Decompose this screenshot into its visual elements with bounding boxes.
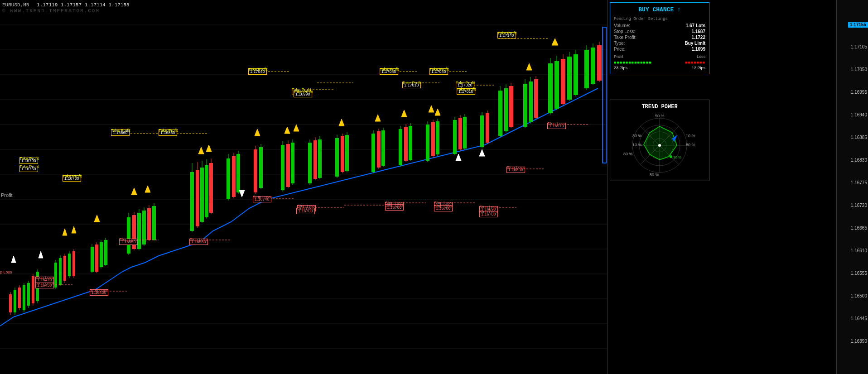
sl-label: Stop Loss: (614, 29, 635, 34)
tp-setting-value: 1.1722 (691, 35, 705, 40)
svg-marker-28 (11, 256, 16, 263)
svg-marker-64 (145, 186, 150, 192)
sl-label-7: Stop Loss 1.16700 (434, 204, 453, 212)
price-7: 1.16830 (851, 158, 867, 163)
profit-header-label: Profit (614, 54, 623, 59)
tp-label-9: Take Profit 1.17010 (457, 87, 475, 95)
svg-marker-123 (401, 110, 407, 117)
volume-label: Volume: (614, 23, 630, 28)
price-11: 1.16610 (851, 248, 867, 253)
profit-pips: 23 Pips (614, 66, 627, 70)
svg-marker-50 (94, 215, 100, 222)
svg-marker-83 (239, 190, 245, 197)
tp-label-4: Take Profit 1.16990 (294, 90, 312, 98)
svg-marker-109 (339, 119, 344, 126)
trend-power-panel: TREND POWER 50 % (610, 100, 709, 181)
svg-text:80 %: 80 % (686, 143, 695, 147)
svg-text:80 %: 80 % (623, 152, 633, 156)
sl-label-5: Stop Loss 1.16700 (385, 203, 404, 211)
order-settings: Volume: 1.67 Lots Stop Loss: 1.1687 Take… (614, 23, 705, 70)
price-9: 1.16720 (851, 203, 867, 208)
sl-value: 1.1687 (691, 29, 705, 34)
chart-area: EURUSD,M5 1.17119 1.17157 1.17114 1.1715… (0, 0, 607, 374)
svg-marker-131 (435, 109, 440, 115)
tp-label-10: Take Profit 1.16860 (111, 128, 130, 136)
svg-marker-96 (294, 125, 299, 131)
price-12: 1.16555 (851, 271, 867, 276)
price-15: 1.16390 (851, 339, 867, 344)
type-value: Buy Limit (685, 41, 705, 46)
loss-dots: ■■■■■■■ (685, 60, 705, 65)
tp-label-12: Take Profit 1.16790 (19, 156, 38, 164)
svg-marker-63 (131, 188, 137, 195)
svg-marker-167 (552, 38, 558, 45)
svg-point-215 (670, 155, 672, 158)
sl-label-10: Stop Loss 1.16800 (506, 165, 525, 173)
price-3: 1.17050 (851, 67, 867, 72)
price-label: Price: (614, 47, 626, 52)
buy-chance-panel: BUY CHANCE ↑ Pending Order Settings Volu… (610, 2, 709, 74)
loss-pips: 12 Pips (692, 66, 705, 70)
svg-marker-40 (63, 229, 67, 235)
svg-marker-156 (526, 63, 532, 70)
svg-marker-116 (375, 115, 381, 121)
svg-text:30 %: 30 % (632, 134, 642, 138)
tp-label-11: Take Profit 1.16860 (159, 128, 177, 136)
svg-text:50 %: 50 % (655, 114, 665, 118)
tp-setting-label: Take Profit: (614, 35, 637, 40)
price-10: 1.16665 (851, 225, 867, 230)
tp-label-6: Take Profit 1.17010 (402, 81, 421, 89)
svg-point-206 (658, 144, 661, 147)
loss-header-label: Loss (697, 54, 705, 59)
sl-label-1: Stop Loss 1.16740 (253, 195, 271, 203)
svg-marker-41 (72, 226, 76, 233)
symbol-label: EURUSD,M5 (2, 2, 29, 8)
svg-marker-76 (206, 145, 212, 152)
price-4: 1.16995 (851, 90, 867, 95)
price-data: 1.17119 1.17157 1.17114 1.17155 (37, 2, 130, 8)
price-13: 1.16500 (851, 293, 867, 298)
svg-marker-88 (255, 129, 260, 136)
price-6: 1.16885 (851, 135, 867, 140)
volume-value: 1.67 Lots (686, 23, 705, 28)
price-2: 1.17105 (851, 44, 867, 49)
tp-label-7: Take Profit 1.17040 (429, 67, 448, 75)
svg-rect-174 (603, 27, 606, 163)
tp-label-2: Take Profit 1.17040 (248, 67, 267, 75)
svg-marker-75 (198, 147, 204, 154)
type-label: Type: (614, 41, 625, 46)
price-scale: 1.17155 1.17105 1.17050 1.16995 1.16940 … (836, 0, 868, 374)
svg-marker-95 (285, 127, 290, 134)
svg-marker-139 (479, 149, 485, 156)
trend-radar-chart: 50 % 80 % 10 % 30 % 10 % 80 % 50 % 30 % (619, 114, 700, 177)
svg-marker-29 (39, 251, 43, 258)
sl-label-13: Stop Loss 1.16560 (189, 237, 208, 245)
price-value: 1.1699 (691, 47, 705, 52)
sl-label-3: Stop Loss 1.16700 (296, 206, 315, 215)
svg-text:10 %: 10 % (632, 143, 642, 147)
svg-text:30 %: 30 % (673, 155, 681, 159)
chart-svg (0, 0, 607, 374)
tp-label-13: Take Profit 1.16760 (19, 164, 38, 173)
svg-marker-138 (456, 154, 461, 161)
price-14: 1.16445 (851, 316, 867, 321)
price-5: 1.16940 (851, 112, 867, 117)
svg-marker-205 (644, 126, 677, 160)
price-8: 1.16775 (851, 180, 867, 185)
sl-label-16: Stop Loss 1.16430 (90, 288, 108, 296)
pending-order-title: Pending Order Settings (614, 17, 705, 21)
profit-dots: ■■■■■■■■■■■■■ (614, 60, 652, 65)
sl-label-11: Stop Loss 1.16910 (547, 121, 566, 129)
tp-label-1: Take Profit 1.17140 (497, 31, 516, 39)
trend-power-title: TREND POWER (614, 104, 705, 110)
current-price-box: 1.17155 (848, 22, 868, 28)
svg-text:10 %: 10 % (686, 134, 695, 138)
sl-label-9: Stop Loss 1.16700 (479, 210, 498, 218)
sl-label-15: Stop Loss 1.16470 (35, 275, 54, 283)
svg-text:50 %: 50 % (650, 173, 659, 177)
right-panel: BUY CHANCE ↑ Pending Order Settings Volu… (607, 0, 868, 374)
svg-marker-130 (429, 105, 434, 112)
tp-label-14: Take Profit 1.16730 (63, 174, 81, 182)
buy-chance-title: BUY CHANCE ↑ (614, 6, 705, 13)
chart-header: EURUSD,M5 1.17119 1.17157 1.17114 1.1715… (2, 2, 130, 8)
